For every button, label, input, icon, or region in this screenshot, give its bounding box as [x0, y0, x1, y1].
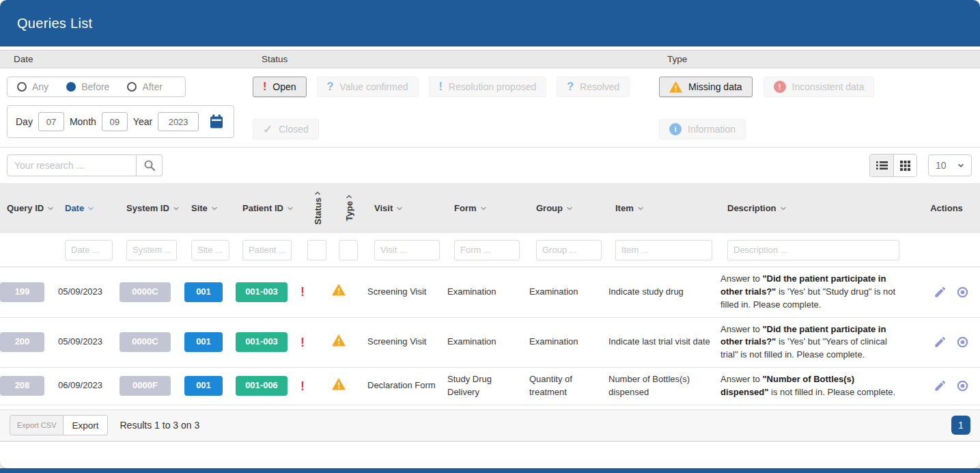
column-header-query-id[interactable]: Query ID: [7, 203, 65, 213]
table-footer: Export CSV Export Results 1 to 3 on 3 1: [0, 409, 980, 442]
exclamation-red-icon: !: [263, 81, 266, 92]
table-row: 200 05/09/2023 0000C 001 001-003 ! Scree…: [0, 318, 980, 368]
pencil-icon: [934, 336, 947, 349]
column-header-form[interactable]: Form: [454, 203, 536, 213]
view-query-button[interactable]: [955, 334, 970, 350]
date-inputs-group: Day Month Year: [7, 105, 234, 138]
date-section-label: Date: [14, 54, 33, 64]
radio-before-dot[interactable]: [66, 82, 76, 92]
radio-after-dot[interactable]: [127, 82, 137, 92]
warning-triangle-icon: [669, 81, 682, 93]
site-badge: 001: [184, 282, 223, 302]
status-resolved-button[interactable]: ? Resolved: [557, 77, 630, 97]
search-button[interactable]: [137, 154, 163, 176]
sort-chevron-up-icon: [314, 191, 321, 195]
status-resolved-label: Resolved: [580, 81, 619, 92]
type-missing-data-button[interactable]: Missing data: [659, 77, 753, 97]
description-column-filter-input[interactable]: [727, 240, 899, 260]
item-cell: Number of Bottles(s) dispensed: [608, 373, 720, 399]
column-header-patient-id[interactable]: Patient ID: [242, 203, 307, 213]
type-column-filter-input[interactable]: [339, 240, 358, 260]
calendar-button[interactable]: [208, 113, 225, 130]
radio-after[interactable]: After: [127, 81, 163, 92]
edit-query-button[interactable]: [932, 334, 948, 350]
column-header-visit[interactable]: Visit: [374, 203, 454, 213]
page-title: Queries List: [17, 16, 92, 31]
status-resolution-proposed-button[interactable]: ! Resolution proposed: [429, 77, 547, 97]
visit-column-filter-input[interactable]: [374, 240, 440, 260]
question-blue-icon: ?: [567, 81, 574, 92]
page-size-select[interactable]: 10: [928, 154, 972, 176]
patient-id-badge: 001-006: [236, 376, 288, 396]
status-section-label: Status: [262, 54, 288, 64]
search-icon: [143, 159, 156, 172]
year-input[interactable]: [158, 112, 199, 131]
type-inconsistent-data-button[interactable]: ! Inconsistent data: [764, 77, 875, 97]
edit-query-button[interactable]: [932, 284, 948, 300]
site-column-filter-input[interactable]: [191, 240, 229, 260]
search-input[interactable]: [7, 154, 137, 176]
column-header-description[interactable]: Description: [727, 203, 913, 213]
form-cell: Study Drug Delivery: [447, 373, 529, 399]
sort-chevron-up-icon: [346, 195, 352, 199]
column-header-system-id[interactable]: System ID: [126, 203, 191, 213]
export-group: Export CSV Export: [10, 415, 108, 435]
list-view-icon: [876, 161, 888, 170]
page-size-value: 10: [936, 160, 947, 171]
column-header-item[interactable]: Item: [615, 203, 727, 213]
item-column-filter-input[interactable]: [615, 240, 712, 260]
radio-before-label: Before: [81, 81, 109, 92]
radio-before[interactable]: Before: [66, 81, 109, 92]
sort-chevron-icon: [173, 206, 180, 211]
actions-cell: [906, 378, 980, 394]
radio-after-label: After: [142, 81, 163, 92]
filter-body: Any Before After Day Month Year: [0, 68, 980, 147]
day-input[interactable]: [38, 112, 64, 131]
search-group: [7, 154, 163, 176]
date-cell: 06/09/2023: [58, 379, 120, 392]
list-view-button[interactable]: [870, 154, 893, 176]
grid-view-button[interactable]: [893, 154, 916, 176]
view-query-button[interactable]: [955, 284, 970, 300]
form-cell: Examination: [447, 336, 529, 349]
system-id-badge: 0000C: [120, 332, 171, 352]
column-header-date[interactable]: Date: [65, 203, 126, 213]
sort-chevron-icon: [780, 206, 787, 211]
toolbar-right: 10: [869, 154, 972, 177]
status-value-confirmed-button[interactable]: ? Value confirmed: [317, 77, 419, 97]
form-cell: Examination: [447, 286, 529, 299]
edit-query-button[interactable]: [932, 378, 948, 394]
export-button[interactable]: Export: [64, 415, 107, 435]
status-open-button[interactable]: ! Open: [253, 77, 307, 97]
patient-column-filter-input[interactable]: [242, 240, 292, 260]
date-column-filter-input[interactable]: [65, 240, 113, 260]
grid-view-icon: [900, 161, 910, 171]
form-column-filter-input[interactable]: [454, 240, 520, 260]
sort-chevron-icon: [396, 206, 403, 211]
status-value-confirmed-label: Value confirmed: [339, 81, 408, 92]
column-header-actions: Actions: [913, 203, 980, 213]
radio-any[interactable]: Any: [17, 81, 48, 92]
view-query-button[interactable]: [955, 378, 970, 394]
status-filter-group: ! Open ? Value confirmed ! Resolution pr…: [253, 77, 649, 139]
exclamation-blue-icon: !: [439, 81, 443, 92]
site-badge: 001: [184, 332, 223, 352]
group-column-filter-input[interactable]: [536, 240, 602, 260]
column-header-type[interactable]: Type: [339, 195, 359, 221]
app-header: Queries List: [0, 0, 980, 46]
sort-chevron-icon: [480, 206, 487, 211]
month-input[interactable]: [102, 112, 128, 131]
type-information-button[interactable]: i Information: [659, 119, 746, 139]
group-cell: Examination: [529, 336, 608, 349]
column-header-group[interactable]: Group: [536, 203, 615, 213]
column-header-site[interactable]: Site: [191, 203, 242, 213]
pagination-page-1[interactable]: 1: [951, 416, 970, 435]
export-csv-button[interactable]: Export CSV: [10, 415, 64, 435]
pencil-icon: [934, 379, 947, 392]
error-circle-icon: !: [774, 81, 786, 93]
status-column-filter-input[interactable]: [307, 240, 326, 260]
system-column-filter-input[interactable]: [126, 240, 177, 260]
status-closed-button[interactable]: ✓ Closed: [253, 119, 319, 139]
radio-any-dot[interactable]: [17, 82, 27, 92]
column-header-status[interactable]: Status: [307, 191, 328, 225]
